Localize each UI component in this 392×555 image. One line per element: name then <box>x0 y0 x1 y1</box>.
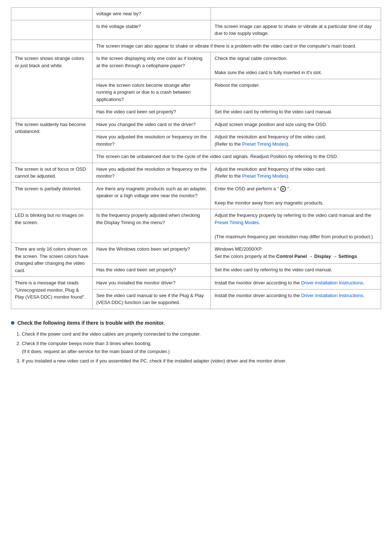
osd-icon: ⊗ <box>280 186 286 192</box>
table-row: Is the voltage stable? The screen image … <box>11 20 381 40</box>
table-row: The screen is partially distorted. Are t… <box>11 182 381 209</box>
question-cell: Have the screen colors become strange af… <box>93 79 211 106</box>
question-cell: Has the video card been set properly? <box>93 263 211 276</box>
question-cell: Is the frequency properly adjusted when … <box>93 209 211 243</box>
check-header-text: Check the following items if there is tr… <box>17 320 165 326</box>
table-row: There are only 16 colors shown on the sc… <box>11 243 381 264</box>
list-item-text: Check if the power cord and the video ca… <box>22 331 201 337</box>
question-cell: See the video card manual to see if the … <box>93 289 211 309</box>
answer-cell: Adjust the resolution and frequency of t… <box>211 131 381 150</box>
answer-cell: Check the signal cable connection. Make … <box>211 52 381 79</box>
question-cell: Have you installed the monitor driver? <box>93 277 211 289</box>
table-row: There is a message that reads "Unrecogni… <box>11 277 381 289</box>
answer-cell: Adjust the frequency properly by referri… <box>211 209 381 243</box>
check-list: Check if the power cord and the video ca… <box>22 330 381 365</box>
table-row: The screen image can also appear to shak… <box>11 40 381 52</box>
symptom-cell <box>11 40 93 52</box>
answer-cell: Adjust screen image position and size us… <box>211 118 381 131</box>
symptom-cell: The screen suddenly has become unbalance… <box>11 118 93 163</box>
answer-cell: Set the video card by referring to the v… <box>211 263 381 276</box>
list-item: If you installed a new video card or if … <box>22 357 381 365</box>
answer-cell: The screen image can appear to shake or … <box>211 20 381 40</box>
table-row: The screen is out of focus or OSD cannot… <box>11 163 381 182</box>
table-row: The screen shows strange colors or just … <box>11 52 381 79</box>
table-row: LED is blinking but no images on the scr… <box>11 209 381 243</box>
question-cell: Have the Windows colors been set properl… <box>93 243 211 264</box>
answer-cell: Enter the OSD and perform a " ⊗ ". Keep … <box>211 182 381 209</box>
symptom-cell: There are only 16 colors shown on the sc… <box>11 243 93 277</box>
answer-cell: Set the video card by referring to the v… <box>211 106 381 118</box>
list-item-subtext: (If it does, request an after-service fo… <box>22 349 170 354</box>
symptom-cell: The screen is out of focus or OSD cannot… <box>11 163 93 182</box>
driver-install-link-1[interactable]: Driver Installation Instructions <box>301 280 363 285</box>
question-cell: Have you changed the video card or the d… <box>93 118 211 131</box>
answer-cell: Reboot the computer. <box>211 79 381 106</box>
list-item: Check if the computer beeps more than 3 … <box>22 340 381 356</box>
preset-timing-link-3[interactable]: Preset Timing Modes <box>215 220 259 225</box>
question-cell: Have you adjusted the resolution or freq… <box>93 163 211 182</box>
check-header: Check the following items if there is tr… <box>11 320 381 326</box>
check-section: Check the following items if there is tr… <box>11 320 381 365</box>
question-cell: Has the video card been set properly? <box>93 106 211 118</box>
list-item-text: If you installed a new video card or if … <box>22 358 286 364</box>
answer-cell <box>211 8 381 20</box>
preset-timing-link-2[interactable]: Preset Timing Modes <box>242 173 286 179</box>
symptom-cell: LED is blinking but no images on the scr… <box>11 209 93 243</box>
symptom-cell: The screen shows strange colors or just … <box>11 52 93 118</box>
troubleshooting-table: voltage wire near by? Is the voltage sta… <box>11 7 381 309</box>
symptom-cell: There is a message that reads "Unrecogni… <box>11 277 93 309</box>
question-cell: Is the screen displaying only one color … <box>93 52 211 79</box>
symptom-cell <box>11 20 93 40</box>
table-row: voltage wire near by? <box>11 8 381 20</box>
combined-cell: The screen can be unbalanced due to the … <box>93 150 381 163</box>
preset-timing-link[interactable]: Preset Timing Modes <box>242 141 286 147</box>
question-cell: Are there any magnetic products such as … <box>93 182 211 209</box>
question-cell: voltage wire near by? <box>93 8 211 20</box>
question-cell: Have you adjusted the resolution or freq… <box>93 131 211 150</box>
table-row: The screen suddenly has become unbalance… <box>11 118 381 131</box>
combined-cell: The screen image can also appear to shak… <box>93 40 381 52</box>
list-item: Check if the power cord and the video ca… <box>22 330 381 338</box>
list-item-text: Check if the computer beeps more than 3 … <box>22 341 152 346</box>
symptom-cell: The screen is partially distorted. <box>11 182 93 209</box>
answer-cell: Install the monitor driver according to … <box>211 289 381 309</box>
answer-cell: Adjust the resolution and frequency of t… <box>211 163 381 182</box>
answer-cell: Install the monitor driver according to … <box>211 277 381 289</box>
answer-cell: Windows ME/2000/XP: Set the colors prope… <box>211 243 381 264</box>
driver-install-link-2[interactable]: Driver Installation Instructions <box>301 293 363 298</box>
blue-dot-icon <box>11 321 15 325</box>
question-cell: Is the voltage stable? <box>93 20 211 40</box>
symptom-cell <box>11 8 93 20</box>
